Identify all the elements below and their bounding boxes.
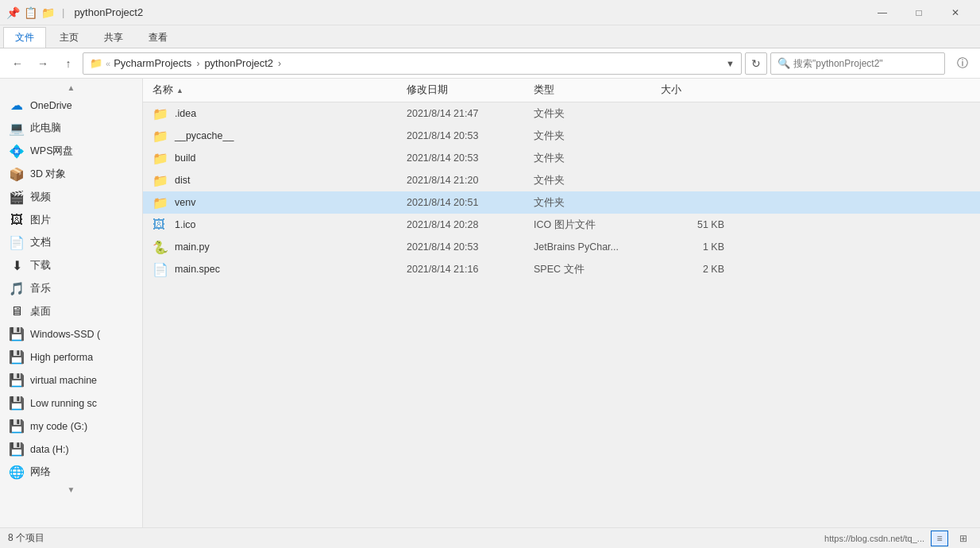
file-name-cell: 📁 __pycache__ [152,129,407,144]
sidebar-item-mycode[interactable]: 💾 my code (G:) [0,415,142,438]
file-name-text: main.py [175,241,210,253]
title-bar: 📌 📋 📁 | pythonProject2 — □ ✕ [0,0,980,25]
file-row[interactable]: 📁 .idea 2021/8/14 21:47 文件夹 [143,102,980,125]
col-size[interactable]: 大小 [661,83,724,97]
file-row[interactable]: 📁 venv 2021/8/14 20:51 文件夹 [143,191,980,214]
file-size-cell: 1 KB [661,241,724,253]
view-list-button[interactable]: ≡ [931,531,948,546]
address-dropdown-icon[interactable]: ▼ [726,59,735,68]
nav-bar: ← → ↑ 📁 « PycharmProjects › pythonProjec… [0,48,980,79]
help-button[interactable]: ⓘ [951,52,974,75]
file-row[interactable]: 📁 __pycache__ 2021/8/14 20:53 文件夹 [143,125,980,147]
file-name-text: main.spec [175,264,220,275]
file-name-cell: 📁 .idea [152,106,407,122]
network-icon: 🌐 [10,465,24,480]
col-type[interactable]: 类型 [534,83,661,97]
sidebar-item-thispc[interactable]: 💻 此电脑 [0,117,142,140]
3d-icon: 📦 [10,167,24,182]
file-name-text: dist [175,175,190,186]
lowrunning-icon: 💾 [10,396,24,411]
window-title: pythonProject2 [74,6,864,18]
folder-icon-title: 📁 [41,6,54,19]
search-bar[interactable]: 🔍 [770,52,945,75]
file-row[interactable]: 🐍 main.py 2021/8/14 20:53 JetBrains PyCh… [143,236,980,258]
breadcrumb-arrow2: › [278,58,281,69]
refresh-button[interactable]: ↻ [745,52,767,75]
col-date[interactable]: 修改日期 [407,83,534,97]
back-button[interactable]: ← [6,52,29,75]
tab-share[interactable]: 共享 [92,27,135,48]
py-icon: 🐍 [152,240,168,255]
sidebar-item-downloads[interactable]: ⬇ 下载 [0,254,142,277]
pin-icon: 📌 [6,6,19,19]
desktop-icon: 🖥 [10,304,24,318]
file-size-cell: 51 KB [661,219,724,230]
windows-ssd-icon: 💾 [10,326,24,342]
breadcrumb-pycharm[interactable]: PycharmProjects [114,57,191,69]
file-size-cell: 2 KB [661,264,724,275]
wps-icon: 💠 [10,144,24,159]
window-controls: — □ ✕ [864,0,974,25]
view-detail-button[interactable]: ⊞ [955,531,972,546]
sidebar-item-docs[interactable]: 📄 文档 [0,231,142,254]
search-input[interactable] [793,58,938,69]
item-count: 8 个项目 [8,531,44,545]
main-content: ▲ ☁ OneDrive 💻 此电脑 💠 WPS网盘 📦 3D 对象 🎬 视频 … [0,79,980,527]
file-type-cell: 文件夹 [534,196,661,210]
sidebar: ▲ ☁ OneDrive 💻 此电脑 💠 WPS网盘 📦 3D 对象 🎬 视频 … [0,79,143,527]
file-name-text: 1.ico [175,219,195,230]
sidebar-item-video[interactable]: 🎬 视频 [0,186,142,209]
sidebar-item-desktop[interactable]: 🖥 桌面 [0,300,142,322]
ribbon: 文件 主页 共享 查看 [0,25,980,48]
sidebar-item-lowrunning[interactable]: 💾 Low running sc [0,392,142,415]
file-header: 名称 ▲ 修改日期 类型 大小 [143,79,980,102]
sidebar-item-highperf[interactable]: 💾 High performa [0,345,142,369]
file-name-cell: 📁 venv [152,195,407,210]
folder-icon: 📁 [152,106,168,122]
maximize-button[interactable]: □ [901,0,937,25]
website-ref: https://blog.csdn.net/tq_... [824,534,924,543]
up-button[interactable]: ↑ [57,52,79,75]
file-row[interactable]: 📄 main.spec 2021/8/14 21:16 SPEC 文件 2 KB [143,258,980,280]
sidebar-scroll-up[interactable]: ▲ [68,83,75,92]
folder-icon: 📁 [152,129,168,144]
sidebar-item-network[interactable]: 🌐 网络 [0,461,142,484]
minimize-button[interactable]: — [864,0,901,25]
search-icon: 🔍 [777,57,790,69]
tab-view[interactable]: 查看 [137,27,179,48]
tab-home[interactable]: 主页 [48,27,91,48]
file-row[interactable]: 📁 build 2021/8/14 20:53 文件夹 [143,147,980,169]
file-date-cell: 2021/8/14 20:51 [407,197,534,208]
file-type-cell: 文件夹 [534,152,661,165]
tab-file[interactable]: 文件 [3,27,46,48]
col-name[interactable]: 名称 ▲ [152,83,407,97]
file-name-text: .idea [175,108,196,119]
sidebar-item-vm[interactable]: 💾 virtual machine [0,369,142,392]
close-button[interactable]: ✕ [937,0,974,25]
ico-icon: 🖼 [152,218,168,232]
sidebar-item-3d[interactable]: 📦 3D 对象 [0,163,142,186]
file-row[interactable]: 📁 dist 2021/8/14 21:20 文件夹 [143,169,980,191]
file-row[interactable]: 🖼 1.ico 2021/8/14 20:28 ICO 图片文件 51 KB [143,214,980,236]
sidebar-item-images[interactable]: 🖼 图片 [0,209,142,231]
onedrive-icon: ☁ [10,98,24,113]
file-type-cell: ICO 图片文件 [534,218,661,232]
breadcrumb-project[interactable]: pythonProject2 [204,57,273,69]
data-icon: 💾 [10,442,24,457]
status-right: https://blog.csdn.net/tq_... ≡ ⊞ [824,531,972,546]
address-bar[interactable]: 📁 « PycharmProjects › pythonProject2 › ▼ [83,52,742,75]
sidebar-item-music[interactable]: 🎵 音乐 [0,277,142,300]
sidebar-item-data[interactable]: 💾 data (H:) [0,438,142,461]
title-bar-icons: 📌 📋 📁 | [6,6,68,19]
breadcrumb-folder-icon: 📁 [90,57,102,69]
file-date-cell: 2021/8/14 21:47 [407,108,534,119]
file-name-cell: 📄 main.spec [152,262,407,277]
file-name-text: venv [175,197,195,208]
sidebar-scroll-down[interactable]: ▼ [68,485,75,494]
forward-button[interactable]: → [32,52,54,75]
sidebar-item-wps[interactable]: 💠 WPS网盘 [0,140,142,163]
video-icon: 🎬 [10,190,24,205]
sidebar-item-onedrive[interactable]: ☁ OneDrive [0,94,142,117]
sidebar-item-windows-ssd[interactable]: 💾 Windows-SSD ( [0,322,142,345]
file-date-cell: 2021/8/14 20:53 [407,130,534,141]
